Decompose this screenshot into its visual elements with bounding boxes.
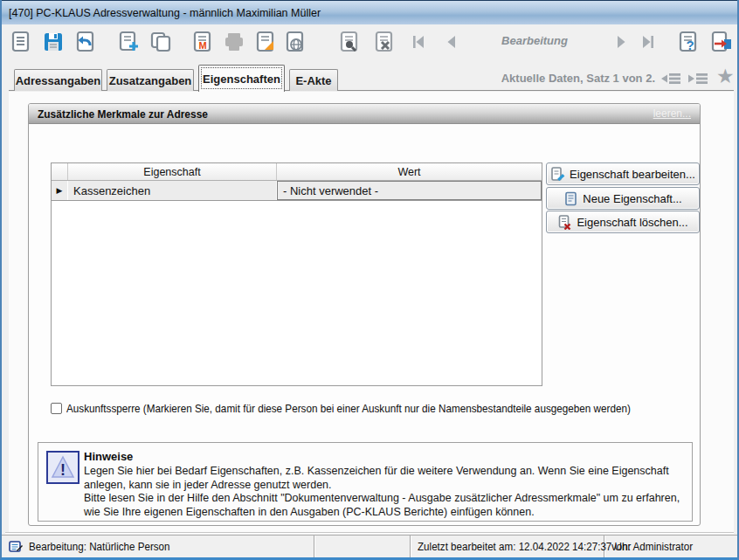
first-record-icon[interactable] (411, 35, 426, 49)
delete-property-button[interactable]: Eigenschaft löschen... (546, 211, 700, 233)
save-icon[interactable] (41, 30, 66, 54)
svg-text:?: ? (686, 38, 694, 52)
warning-icon: ! (46, 451, 79, 484)
new-record-icon[interactable] (117, 30, 142, 54)
outdent-list-icon[interactable] (660, 71, 681, 86)
hint-text: Legen Sie hier bei Bedarf Eigenschaften,… (84, 465, 685, 519)
delete-document-small-icon (557, 215, 572, 230)
new-property-button[interactable]: Neue Eigenschaft... (546, 187, 700, 210)
row-selector-arrow-icon[interactable]: ▶ (52, 181, 68, 200)
merkmale-groupbox: Zusätzliche Merkmale zur Adresse leeren.… (28, 103, 701, 526)
merge-document-icon[interactable]: M (190, 30, 215, 54)
wert-cell[interactable]: - Nicht verwendet - (277, 181, 542, 200)
status-mode-text: Bearbeitung: Natürliche Person (29, 541, 170, 553)
hint-line-2: Bitte lesen Sie in der Hilfe den Abschni… (84, 492, 685, 519)
status-bar: Bearbeitung: Natürliche Person Zuletzt b… (2, 535, 737, 557)
indent-list-icon[interactable] (687, 71, 708, 86)
edit-document-small-icon (550, 167, 565, 182)
undo-icon[interactable] (73, 30, 98, 54)
new-document-small-icon (563, 191, 578, 206)
hint-title: Hinweise (84, 450, 133, 463)
exit-icon[interactable] (709, 30, 734, 54)
previous-record-icon[interactable] (444, 35, 459, 49)
table-row[interactable]: ▶ Kassenzeichen - Nicht verwendet - (52, 181, 542, 201)
svg-text:!: ! (60, 461, 66, 479)
copy-record-icon[interactable] (148, 30, 173, 54)
app-window: [470] PC-KLAUS Adressverwaltung - männli… (0, 0, 739, 560)
last-record-icon[interactable] (640, 35, 656, 49)
print-icon[interactable] (222, 30, 246, 54)
edit-document-icon[interactable] (253, 30, 278, 54)
status-editor-text: von: Administrator (611, 541, 693, 553)
tab-bar: Adressangaben Zusatzangaben Eigenschafte… (9, 61, 734, 91)
wert-header-cell: Wert (277, 163, 542, 180)
tab-adressangaben[interactable]: Adressangaben (14, 69, 102, 91)
status-editor-panel: von: Administrator (604, 536, 737, 557)
next-record-icon[interactable] (613, 35, 629, 49)
title-bar[interactable]: [470] PC-KLAUS Adressverwaltung - männli… (2, 0, 737, 24)
eigenschaft-header-cell: Eigenschaft (68, 163, 277, 180)
svg-text:M: M (198, 40, 206, 51)
record-status-label: Aktuelle Daten, Satz 1 von 2. (450, 72, 655, 85)
tab-eigenschaften[interactable]: Eigenschaften (198, 65, 285, 92)
auskunftssperre-label: Auskunftssperre (Markieren Sie, damit fü… (66, 402, 631, 415)
selector-header-cell (52, 163, 68, 180)
edit-mode-icon (9, 540, 23, 553)
status-last-edited-panel: Zuletzt bearbeitet am: 12.04.2022 14:27:… (411, 536, 604, 557)
form-icon[interactable] (9, 30, 33, 54)
status-mode-panel: Bearbeitung: Natürliche Person (2, 536, 314, 557)
status-empty-panel (314, 536, 411, 557)
search-record-icon[interactable] (337, 30, 362, 54)
hint-line-1: Legen Sie hier bei Bedarf Eigenschaften,… (84, 465, 685, 492)
edit-property-button[interactable]: Eigenschaft bearbeiten... (546, 162, 700, 185)
properties-table[interactable]: Eigenschaft Wert ▶ Kassenzeichen - Nicht… (51, 162, 542, 386)
groupbox-title: Zusätzliche Merkmale zur Adresse (38, 107, 208, 121)
tab-zusatzangaben[interactable]: Zusatzangaben (107, 69, 194, 91)
hint-box: ! Hinweise Legen Sie hier bei Bedarf Eig… (38, 442, 693, 522)
table-header-row: Eigenschaft Wert (52, 163, 542, 181)
star-icon[interactable]: ★ (716, 63, 735, 89)
status-last-edited-text: Zuletzt bearbeitet am: 12.04.2022 14:27:… (418, 541, 631, 553)
record-mode-label: Bearbeitung (478, 34, 591, 47)
auskunftssperre-row: Auskunftssperre (Markieren Sie, damit fü… (51, 402, 694, 415)
groupbox-header: Zusätzliche Merkmale zur Adresse leeren.… (29, 104, 700, 124)
web-document-icon[interactable] (283, 30, 307, 54)
bottom-ridge (5, 532, 734, 534)
toolbar: M Bearbeitung ? (2, 24, 737, 61)
eigenschaft-cell[interactable]: Kassenzeichen (68, 181, 277, 200)
clear-link[interactable]: leeren... (653, 107, 691, 120)
tab-e-akte[interactable]: E-Akte (289, 69, 338, 91)
window-title: [470] PC-KLAUS Adressverwaltung - männli… (9, 7, 321, 19)
clear-search-icon[interactable] (372, 30, 397, 54)
auskunftssperre-checkbox[interactable] (51, 403, 62, 414)
help-icon[interactable]: ? (676, 30, 701, 54)
